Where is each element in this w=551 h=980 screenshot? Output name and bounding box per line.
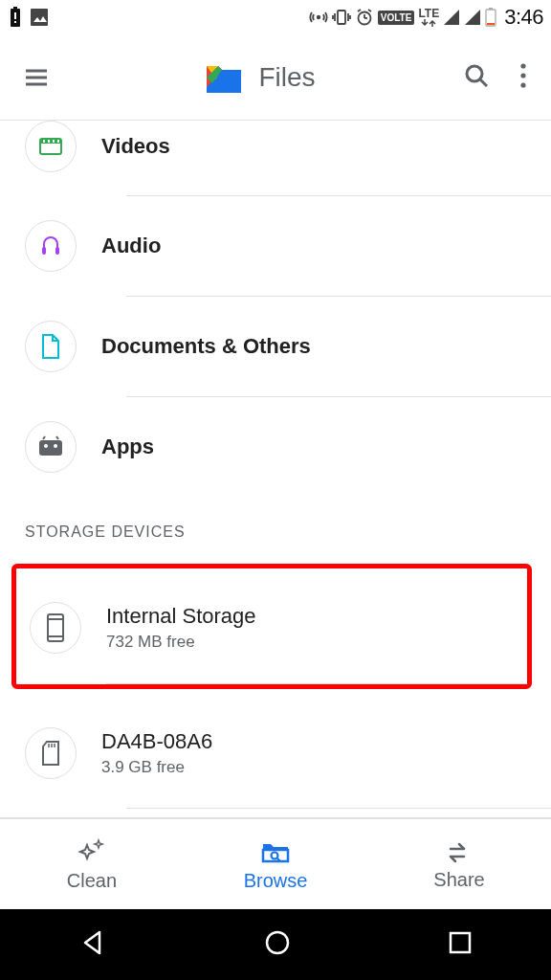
svg-point-30: [520, 63, 525, 68]
recent-icon: [448, 930, 473, 955]
storage-title: Internal Storage: [106, 604, 256, 629]
share-icon: [445, 838, 474, 865]
category-videos[interactable]: Videos: [25, 121, 551, 195]
svg-rect-40: [55, 247, 59, 255]
svg-rect-36: [48, 140, 50, 143]
bottom-nav-label: Browse: [244, 870, 308, 892]
storage-subtitle: 732 MB free: [106, 633, 256, 652]
category-label: Audio: [101, 234, 161, 258]
svg-point-43: [54, 444, 57, 448]
picture-icon: [29, 7, 50, 28]
svg-marker-18: [465, 10, 480, 25]
svg-line-15: [358, 10, 361, 11]
category-label: Videos: [101, 134, 170, 159]
category-apps[interactable]: Apps: [25, 397, 551, 497]
category-label: Apps: [101, 434, 154, 459]
more-button[interactable]: [518, 62, 528, 93]
svg-line-16: [368, 10, 371, 11]
phone-icon: [45, 612, 66, 643]
search-button[interactable]: [461, 60, 492, 95]
home-icon: [263, 928, 292, 957]
bottom-nav-label: Clean: [67, 870, 117, 892]
search-icon: [461, 60, 492, 91]
apps-icon: [37, 435, 64, 458]
bottom-nav-clean[interactable]: Clean: [0, 819, 184, 909]
svg-rect-38: [57, 140, 59, 143]
alarm-icon: [355, 8, 374, 27]
svg-point-31: [520, 73, 525, 78]
svg-line-29: [480, 79, 487, 86]
svg-rect-2: [14, 12, 16, 19]
videos-icon: [37, 133, 64, 160]
svg-point-6: [317, 15, 320, 19]
svg-rect-7: [338, 11, 345, 24]
documents-icon: [38, 332, 63, 361]
svg-point-42: [44, 444, 48, 448]
bottom-nav-browse[interactable]: Browse: [184, 819, 367, 909]
volte-badge: VOLTE: [378, 11, 415, 25]
bottom-nav: Clean Browse Share: [0, 817, 551, 909]
svg-marker-17: [444, 10, 459, 25]
category-label: Documents & Others: [101, 334, 311, 359]
battery-icon: [485, 8, 496, 27]
svg-rect-21: [487, 23, 495, 25]
bottom-nav-label: Share: [433, 869, 484, 891]
storage-title: DA4B-08A6: [101, 729, 212, 754]
svg-point-28: [467, 66, 482, 81]
status-bar: VOLTE LTE 3:46: [0, 0, 551, 34]
svg-rect-39: [42, 247, 46, 255]
content: Videos Audio Documents & Others Apps STO…: [0, 121, 551, 817]
signal-1-icon: [443, 9, 460, 26]
highlight-internal-storage: Internal Storage 732 MB free: [11, 564, 532, 689]
browse-icon: [259, 837, 292, 866]
svg-marker-52: [85, 932, 99, 953]
system-nav: [0, 909, 551, 980]
svg-rect-41: [39, 440, 62, 456]
storage-subtitle: 3.9 GB free: [101, 758, 212, 777]
storage-internal[interactable]: Internal Storage 732 MB free: [30, 568, 527, 683]
lte-indicator: LTE: [418, 8, 439, 27]
battery-alert-icon: [8, 7, 23, 28]
bottom-nav-share[interactable]: Share: [367, 819, 551, 909]
svg-point-32: [520, 82, 525, 87]
svg-rect-54: [451, 933, 470, 952]
storage-sdcard[interactable]: DA4B-08A6 3.9 GB free: [25, 699, 551, 808]
audio-icon: [37, 233, 64, 259]
hamburger-icon: [21, 62, 52, 93]
back-icon: [78, 928, 107, 957]
svg-rect-3: [14, 21, 16, 23]
sysnav-back[interactable]: [78, 928, 107, 961]
svg-rect-4: [31, 9, 48, 26]
more-vert-icon: [518, 62, 528, 89]
hotspot-icon: [309, 8, 328, 27]
storage-section-title: STORAGE DEVICES: [0, 497, 551, 558]
hamburger-button[interactable]: [15, 62, 57, 93]
sdcard-icon: [39, 739, 62, 768]
app-title: Files: [258, 62, 315, 93]
svg-rect-1: [13, 7, 17, 9]
clock: 3:46: [504, 5, 543, 30]
svg-rect-37: [53, 140, 55, 143]
vibrate-icon: [332, 8, 351, 27]
sysnav-home[interactable]: [263, 928, 292, 961]
category-documents[interactable]: Documents & Others: [25, 297, 551, 396]
svg-point-50: [272, 852, 278, 858]
category-audio[interactable]: Audio: [25, 196, 551, 296]
files-logo-icon: [203, 58, 245, 97]
sysnav-recent[interactable]: [448, 930, 473, 959]
sparkle-icon: [77, 837, 107, 866]
svg-rect-20: [489, 8, 493, 10]
svg-point-53: [267, 932, 288, 953]
svg-rect-35: [43, 140, 45, 143]
app-bar: Files: [0, 34, 551, 121]
signal-2-icon: [464, 9, 481, 26]
